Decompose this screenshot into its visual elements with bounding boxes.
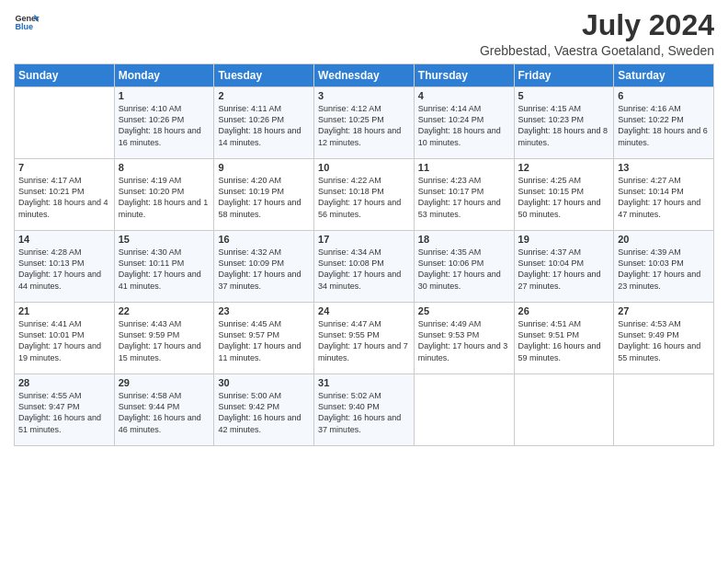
day-number: 5 [518,90,610,101]
cell-content: Sunrise: 4:49 AM Sunset: 9:53 PM Dayligh… [418,318,510,363]
day-number: 12 [518,162,610,173]
cell-content: Sunrise: 4:23 AM Sunset: 10:17 PM Daylig… [418,175,510,220]
calendar-cell: 16Sunrise: 4:32 AM Sunset: 10:09 PM Dayl… [214,231,314,303]
day-number: 6 [618,90,710,101]
logo-icon: General Blue [14,9,40,35]
calendar-cell: 27Sunrise: 4:53 AM Sunset: 9:49 PM Dayli… [614,303,714,374]
calendar-cell [514,374,614,446]
day-number: 30 [218,377,310,388]
cell-content: Sunrise: 4:12 AM Sunset: 10:25 PM Daylig… [318,103,410,148]
day-number: 11 [418,162,510,173]
cell-content: Sunrise: 4:35 AM Sunset: 10:06 PM Daylig… [418,247,510,292]
col-header-sunday: Sunday [15,64,115,87]
cell-content: Sunrise: 4:28 AM Sunset: 10:13 PM Daylig… [18,247,110,292]
main-title: July 2024 [480,9,714,41]
calendar-cell [614,374,714,446]
cell-content: Sunrise: 4:34 AM Sunset: 10:08 PM Daylig… [318,247,410,292]
cell-content: Sunrise: 4:25 AM Sunset: 10:15 PM Daylig… [518,175,610,220]
logo: General Blue [14,9,40,35]
cell-content: Sunrise: 4:55 AM Sunset: 9:47 PM Dayligh… [18,390,110,435]
calendar-cell: 19Sunrise: 4:37 AM Sunset: 10:04 PM Dayl… [514,231,614,303]
calendar-cell: 24Sunrise: 4:47 AM Sunset: 9:55 PM Dayli… [314,303,415,374]
calendar-cell: 15Sunrise: 4:30 AM Sunset: 10:11 PM Dayl… [114,231,214,303]
cell-content: Sunrise: 5:00 AM Sunset: 9:42 PM Dayligh… [218,390,310,435]
calendar-cell: 7Sunrise: 4:17 AM Sunset: 10:21 PM Dayli… [15,159,115,231]
cell-content: Sunrise: 4:20 AM Sunset: 10:19 PM Daylig… [218,175,310,220]
title-block: July 2024 Grebbestad, Vaestra Goetaland,… [480,9,714,58]
day-number: 17 [318,234,410,245]
col-header-tuesday: Tuesday [214,64,314,87]
calendar-cell: 14Sunrise: 4:28 AM Sunset: 10:13 PM Dayl… [15,231,115,303]
calendar-cell: 26Sunrise: 4:51 AM Sunset: 9:51 PM Dayli… [514,303,614,374]
calendar-cell: 10Sunrise: 4:22 AM Sunset: 10:18 PM Dayl… [314,159,415,231]
cell-content: Sunrise: 4:30 AM Sunset: 10:11 PM Daylig… [119,247,210,292]
day-number: 8 [119,162,210,173]
calendar-cell: 13Sunrise: 4:27 AM Sunset: 10:14 PM Dayl… [614,159,714,231]
cell-content: Sunrise: 4:16 AM Sunset: 10:22 PM Daylig… [618,103,710,148]
calendar-cell: 28Sunrise: 4:55 AM Sunset: 9:47 PM Dayli… [15,374,115,446]
header-row: SundayMondayTuesdayWednesdayThursdayFrid… [15,64,714,87]
cell-content: Sunrise: 4:51 AM Sunset: 9:51 PM Dayligh… [518,318,610,363]
header: General Blue July 2024 Grebbestad, Vaest… [14,9,714,58]
week-row-5: 28Sunrise: 4:55 AM Sunset: 9:47 PM Dayli… [15,374,714,446]
calendar-cell: 8Sunrise: 4:19 AM Sunset: 10:20 PM Dayli… [114,159,214,231]
day-number: 3 [318,90,410,101]
cell-content: Sunrise: 4:32 AM Sunset: 10:09 PM Daylig… [218,247,310,292]
calendar-cell: 21Sunrise: 4:41 AM Sunset: 10:01 PM Dayl… [15,303,115,374]
calendar-cell: 5Sunrise: 4:15 AM Sunset: 10:23 PM Dayli… [514,87,614,159]
calendar-cell: 1Sunrise: 4:10 AM Sunset: 10:26 PM Dayli… [114,87,214,159]
calendar-cell [15,87,115,159]
week-row-2: 7Sunrise: 4:17 AM Sunset: 10:21 PM Dayli… [15,159,714,231]
day-number: 2 [218,90,310,101]
col-header-thursday: Thursday [414,64,514,87]
calendar-cell: 31Sunrise: 5:02 AM Sunset: 9:40 PM Dayli… [314,374,415,446]
cell-content: Sunrise: 4:39 AM Sunset: 10:03 PM Daylig… [618,247,710,292]
calendar-cell: 22Sunrise: 4:43 AM Sunset: 9:59 PM Dayli… [114,303,214,374]
calendar-cell: 3Sunrise: 4:12 AM Sunset: 10:25 PM Dayli… [314,87,415,159]
calendar-cell: 30Sunrise: 5:00 AM Sunset: 9:42 PM Dayli… [214,374,314,446]
cell-content: Sunrise: 4:17 AM Sunset: 10:21 PM Daylig… [18,175,110,220]
cell-content: Sunrise: 4:37 AM Sunset: 10:04 PM Daylig… [518,247,610,292]
day-number: 9 [218,162,310,173]
cell-content: Sunrise: 4:41 AM Sunset: 10:01 PM Daylig… [18,318,110,363]
calendar-cell: 2Sunrise: 4:11 AM Sunset: 10:26 PM Dayli… [214,87,314,159]
cell-content: Sunrise: 4:14 AM Sunset: 10:24 PM Daylig… [418,103,510,148]
day-number: 19 [518,234,610,245]
calendar-cell: 25Sunrise: 4:49 AM Sunset: 9:53 PM Dayli… [414,303,514,374]
day-number: 29 [119,377,210,388]
day-number: 20 [618,234,710,245]
calendar-cell: 23Sunrise: 4:45 AM Sunset: 9:57 PM Dayli… [214,303,314,374]
calendar-cell: 4Sunrise: 4:14 AM Sunset: 10:24 PM Dayli… [414,87,514,159]
day-number: 13 [618,162,710,173]
week-row-1: 1Sunrise: 4:10 AM Sunset: 10:26 PM Dayli… [15,87,714,159]
col-header-saturday: Saturday [614,64,714,87]
cell-content: Sunrise: 4:47 AM Sunset: 9:55 PM Dayligh… [318,318,410,363]
cell-content: Sunrise: 4:53 AM Sunset: 9:49 PM Dayligh… [618,318,710,363]
calendar-cell: 12Sunrise: 4:25 AM Sunset: 10:15 PM Dayl… [514,159,614,231]
page: General Blue July 2024 Grebbestad, Vaest… [0,0,728,563]
calendar-table: SundayMondayTuesdayWednesdayThursdayFrid… [14,63,714,446]
week-row-3: 14Sunrise: 4:28 AM Sunset: 10:13 PM Dayl… [15,231,714,303]
week-row-4: 21Sunrise: 4:41 AM Sunset: 10:01 PM Dayl… [15,303,714,374]
day-number: 27 [618,305,710,316]
cell-content: Sunrise: 4:11 AM Sunset: 10:26 PM Daylig… [218,103,310,148]
day-number: 22 [119,305,210,316]
day-number: 15 [119,234,210,245]
day-number: 7 [18,162,110,173]
day-number: 31 [318,377,410,388]
cell-content: Sunrise: 4:19 AM Sunset: 10:20 PM Daylig… [119,175,210,220]
day-number: 16 [218,234,310,245]
calendar-cell: 17Sunrise: 4:34 AM Sunset: 10:08 PM Dayl… [314,231,415,303]
cell-content: Sunrise: 4:43 AM Sunset: 9:59 PM Dayligh… [119,318,210,363]
cell-content: Sunrise: 4:15 AM Sunset: 10:23 PM Daylig… [518,103,610,148]
cell-content: Sunrise: 4:27 AM Sunset: 10:14 PM Daylig… [618,175,710,220]
col-header-wednesday: Wednesday [314,64,415,87]
calendar-cell: 6Sunrise: 4:16 AM Sunset: 10:22 PM Dayli… [614,87,714,159]
calendar-cell [414,374,514,446]
cell-content: Sunrise: 4:22 AM Sunset: 10:18 PM Daylig… [318,175,410,220]
day-number: 10 [318,162,410,173]
day-number: 28 [18,377,110,388]
day-number: 21 [18,305,110,316]
day-number: 1 [119,90,210,101]
day-number: 24 [318,305,410,316]
